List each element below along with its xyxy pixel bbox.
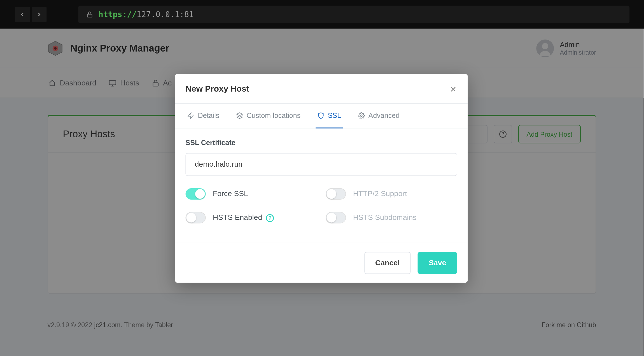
tab-advanced-label: Advanced bbox=[368, 112, 400, 120]
cancel-label: Cancel bbox=[375, 259, 400, 267]
tab-ssl[interactable]: SSL bbox=[316, 104, 343, 129]
hsts-sub-label: HSTS Subdomains bbox=[353, 213, 417, 222]
hsts-label: HSTS Enabled ? bbox=[213, 213, 274, 222]
close-icon bbox=[449, 85, 457, 93]
save-button[interactable]: Save bbox=[418, 252, 457, 274]
http2-label: HTTP/2 Support bbox=[353, 190, 407, 198]
zap-icon bbox=[187, 112, 194, 119]
http2-toggle[interactable] bbox=[326, 188, 346, 200]
hsts-help-icon[interactable]: ? bbox=[266, 214, 274, 222]
modal-title: New Proxy Host bbox=[186, 84, 249, 94]
svg-rect-0 bbox=[87, 14, 92, 17]
hsts-sub-toggle[interactable] bbox=[326, 212, 346, 224]
modal-tabs: Details Custom locations SSL Advanced bbox=[175, 104, 468, 129]
tab-custom-locations[interactable]: Custom locations bbox=[234, 104, 302, 129]
save-label: Save bbox=[429, 259, 446, 267]
ssl-cert-select[interactable]: demo.halo.run bbox=[186, 153, 457, 176]
url-scheme: https:// bbox=[99, 10, 137, 19]
svg-marker-14 bbox=[188, 113, 193, 118]
shield-icon bbox=[317, 112, 324, 119]
new-proxy-host-modal: New Proxy Host Details Custom locations bbox=[175, 74, 468, 283]
svg-point-16 bbox=[360, 115, 362, 117]
hsts-toggle[interactable] bbox=[186, 212, 206, 224]
back-button[interactable] bbox=[15, 7, 30, 22]
layers-icon bbox=[236, 112, 243, 119]
ssl-cert-value: demo.halo.run bbox=[195, 160, 243, 169]
tab-details-label: Details bbox=[198, 112, 220, 120]
ssl-cert-label: SSL Certificate bbox=[186, 139, 457, 147]
tab-ssl-label: SSL bbox=[328, 112, 341, 120]
forward-button[interactable] bbox=[32, 7, 46, 22]
lock-icon bbox=[86, 11, 93, 18]
svg-marker-15 bbox=[237, 113, 242, 115]
browser-bar: https://127.0.0.1:81 bbox=[0, 0, 643, 29]
force-ssl-label: Force SSL bbox=[213, 190, 248, 198]
url-host: 127.0.0.1:81 bbox=[137, 10, 194, 19]
close-button[interactable] bbox=[449, 83, 457, 94]
tab-advanced[interactable]: Advanced bbox=[356, 104, 402, 129]
cancel-button[interactable]: Cancel bbox=[364, 252, 411, 274]
tab-details[interactable]: Details bbox=[186, 104, 221, 129]
gear-icon bbox=[358, 112, 365, 119]
address-bar[interactable]: https://127.0.0.1:81 bbox=[78, 6, 629, 23]
tab-custom-label: Custom locations bbox=[247, 112, 301, 120]
force-ssl-toggle[interactable] bbox=[186, 188, 206, 200]
